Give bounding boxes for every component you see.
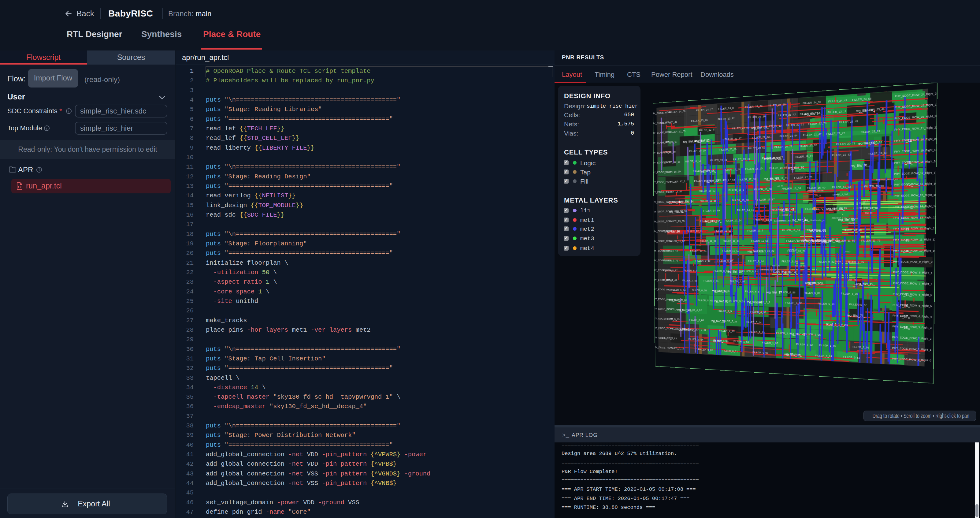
svg-text:ckbuf_0_clk: ckbuf_0_clk (802, 239, 819, 242)
svg-text:FILLER_11_87: FILLER_11_87 (837, 239, 855, 242)
svg-text:FILLER_15_17: FILLER_15_17 (757, 198, 775, 201)
svg-text:FILLER_7_49: FILLER_7_49 (662, 279, 677, 282)
svg-text:_10_: _10_ (903, 249, 912, 253)
svg-text:_15_: _15_ (901, 325, 910, 330)
svg-text:_18_: _18_ (905, 138, 914, 143)
svg-text:FILLER_18_23: FILLER_18_23 (693, 169, 710, 173)
svg-text:PHY_EDGE_ROW_15_Right_15: PHY_EDGE_ROW_15_Right_15 (894, 193, 937, 198)
svg-text:_56_39: _56_39 (814, 194, 822, 197)
svg-text:FILLER_5_77: FILLER_5_77 (849, 303, 867, 307)
svg-text:FILLER_18_29: FILLER_18_29 (665, 170, 681, 174)
svg-text:FILLER_16_88: FILLER_16_88 (754, 188, 772, 191)
svg-text:reg_file/_85_: reg_file/_85_ (714, 300, 730, 303)
svg-text:FILLER_5_82: FILLER_5_82 (672, 298, 687, 302)
svg-text:FILLER_9_56: FILLER_9_56 (781, 260, 798, 263)
svg-text:FILLER_15_88: FILLER_15_88 (700, 199, 716, 202)
svg-text:PHY_EDGE_ROW: PHY_EDGE_ROW (653, 288, 673, 291)
svg-text:_16_: _16_ (901, 303, 910, 308)
svg-text:FILLER_9_19: FILLER_9_19 (695, 260, 710, 263)
svg-text:arithmetic_unmet_un: arithmetic_unmet_un (760, 268, 780, 271)
svg-text:PHY_EDGE_ROW_14_Right_14: PHY_EDGE_ROW_14_Right_14 (894, 204, 937, 208)
svg-text:FILLER_7_87: FILLER_7_87 (730, 280, 745, 283)
svg-text:FILLER_6_56: FILLER_6_56 (714, 289, 730, 293)
svg-text:_108_09: _108_09 (820, 241, 829, 244)
svg-text:FILLER_8_17: FILLER_8_17 (663, 269, 678, 272)
svg-text:FILLER_9_85: FILLER_9_85 (846, 260, 864, 264)
svg-text:FILLER_18_14: FILLER_18_14 (723, 168, 740, 172)
svg-text:reg_file/_91_: reg_file/_91_ (851, 163, 870, 168)
svg-text:FILLER_17_70: FILLER_17_70 (794, 176, 812, 180)
svg-text:_438ckbuf_2_3: _438ckbuf_2_3 (830, 217, 846, 219)
svg-text:_99_99: _99_99 (830, 238, 838, 240)
svg-text:_108_09: _108_09 (863, 212, 873, 215)
svg-text:load_46: load_46 (854, 283, 862, 286)
svg-text:unit__46: unit__46 (848, 279, 857, 281)
svg-text:PHY_EDGE_ROW_12_Right_12: PHY_EDGE_ROW_12_Right_12 (893, 227, 936, 231)
svg-text:FILLER_11_34: FILLER_11_34 (723, 239, 740, 242)
svg-text:_438_09: _438_09 (781, 187, 789, 190)
svg-text:FILLER_16_6: FILLER_16_6 (729, 188, 744, 192)
svg-text:FILLER_3_75: FILLER_3_75 (665, 317, 679, 320)
svg-text:_12_: _12_ (904, 183, 913, 187)
svg-text:FILLER_5_35: FILLER_5_35 (730, 300, 745, 303)
svg-text:FILLER_2_63: FILLER_2_63 (670, 327, 685, 330)
svg-text:FILLER_8_7: FILLER_8_7 (684, 269, 697, 272)
svg-text:_20_: _20_ (904, 205, 913, 209)
svg-text:unit__99: unit__99 (772, 265, 780, 267)
svg-text:FILLER_17_31: FILLER_17_31 (770, 177, 788, 180)
svg-text:arithmetic_unload: arithmetic_unload (807, 189, 824, 192)
svg-text:_14_: _14_ (903, 293, 912, 297)
svg-text:FILLER_14_29: FILLER_14_29 (828, 207, 846, 210)
svg-text:FILLER_16_93: FILLER_16_93 (832, 185, 851, 189)
svg-text:_11_: _11_ (903, 227, 912, 231)
svg-text:FILLER_13_6: FILLER_13_6 (756, 219, 772, 222)
svg-text:_99met_un: _99met_un (786, 249, 797, 251)
svg-text:FILLER_18_83: FILLER_18_83 (769, 166, 787, 170)
svg-text:PHY_EDGE_ROW_8_Right_8: PHY_EDGE_ROW_8_Right_8 (893, 271, 932, 274)
svg-text:reg_file/_88_: reg_file/_88_ (727, 270, 744, 273)
svg-text:FILLER_6_5: FILLER_6_5 (745, 290, 759, 293)
svg-text:FILLER_11_91: FILLER_11_91 (700, 239, 716, 242)
svg-text:FILLER_10_59: FILLER_10_59 (722, 249, 739, 252)
svg-text:FILLER_12_7: FILLER_12_7 (747, 229, 763, 232)
svg-text:PHY_EDGE_ROW: PHY_EDGE_ROW (653, 327, 673, 330)
svg-text:_108arithmetic_un: _108arithmetic_un (807, 219, 825, 222)
svg-text:FILLER_5_9: FILLER_5_9 (756, 300, 770, 304)
svg-text:FILLER_6_28: FILLER_6_28 (692, 289, 707, 292)
svg-text:FILLER_11_58: FILLER_11_58 (751, 239, 768, 242)
svg-text:PHY_EDGE_ROW_9_Right_9: PHY_EDGE_ROW_9_Right_9 (893, 260, 932, 263)
svg-text:FILLER_6_56: FILLER_6_56 (779, 291, 795, 294)
svg-text:reg_file/_73_: reg_file/_73_ (807, 281, 825, 285)
svg-text:FILLER_4_70: FILLER_4_70 (667, 308, 681, 311)
svg-text:FILLER_7_65: FILLER_7_65 (682, 279, 697, 282)
svg-text:_13_: _13_ (903, 238, 912, 242)
svg-text:FILLER_15_88: FILLER_15_88 (732, 199, 749, 202)
svg-text:FILLER_4_35: FILLER_4_35 (750, 310, 766, 314)
svg-text:_19_: _19_ (904, 161, 913, 165)
svg-text:FILLER_14_16: FILLER_14_16 (737, 209, 754, 212)
svg-text:FILLER_13_54: FILLER_13_54 (725, 219, 742, 222)
svg-text:FILLER_12_39: FILLER_12_39 (782, 229, 800, 232)
svg-text:FILLER_10_43: FILLER_10_43 (662, 249, 678, 252)
svg-text:_108u0: _108u0 (832, 193, 840, 196)
svg-text:FILLER_10_22: FILLER_10_22 (757, 250, 775, 253)
svg-text:FILLER_12_68: FILLER_12_68 (664, 230, 679, 233)
svg-text:FILLER_3_28: FILLER_3_28 (722, 319, 737, 323)
svg-text:FILLER_17_18: FILLER_17_18 (694, 179, 711, 183)
svg-text:FILLER_12_53: FILLER_12_53 (714, 229, 731, 232)
svg-text:FILLER_14_69: FILLER_14_69 (703, 209, 720, 213)
svg-text:PHY_EDGE_ROW_10_Right_10: PHY_EDGE_ROW_10_Right_10 (893, 249, 936, 252)
svg-text:reg_file/_71_: reg_file/_71_ (847, 314, 866, 317)
svg-text:_1_clkmet_un: _1_clkmet_un (778, 214, 792, 216)
svg-text:met_un_46: met_un_46 (795, 265, 806, 267)
svg-text:FILLER_10_71: FILLER_10_71 (690, 249, 706, 252)
svg-text:_121arithmetic_un: _121arithmetic_un (772, 219, 790, 222)
svg-text:FILLER_5_52: FILLER_5_52 (786, 301, 802, 305)
svg-text:FILLER_7_81: FILLER_7_81 (703, 279, 719, 282)
svg-text:FILLER_12_11: FILLER_12_11 (686, 230, 703, 233)
svg-text:FILLER_3_54: FILLER_3_54 (746, 320, 762, 324)
svg-text:FILLER_8_81: FILLER_8_81 (742, 270, 758, 273)
svg-text:FILLER_14_72: FILLER_14_72 (805, 207, 823, 211)
svg-text:FILLER_17_5: FILLER_17_5 (670, 180, 685, 183)
svg-text:FILLER_9_44: FILLER_9_44 (748, 260, 764, 263)
